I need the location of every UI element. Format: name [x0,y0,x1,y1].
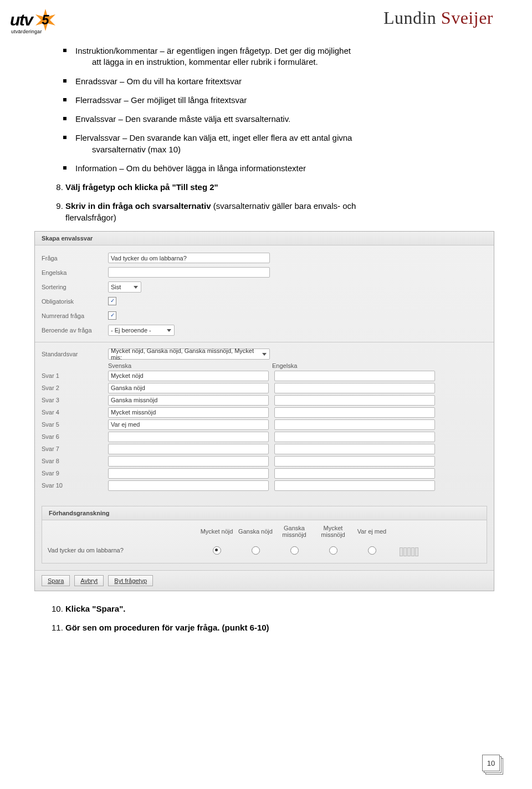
brand-part-b: Sveijer [441,8,493,28]
preview-h2: Ganska nöjd [236,527,275,536]
logo-utv5: utv 5 utvärderingar [10,8,58,32]
input-svar-sv-7[interactable] [108,444,269,454]
input-svar-en-1[interactable] [274,371,435,381]
preview-h1: Mycket nöjd [197,527,236,536]
label-svar-2: Svar 2 [42,385,108,391]
label-svar-5: Svar 5 [42,421,108,428]
svg-text:5: 5 [42,12,49,27]
bullet-instruktion: Instruktion/kommentar – är egentligen in… [75,45,479,68]
brand-lundin-sveijer: Lundin Sveijer [383,8,493,28]
bullet-flervalssvar: Flervalssvar – Den svarande kan välja et… [75,132,479,155]
col-header-svenska: Svenska [108,362,272,369]
input-svar-sv-4[interactable] [108,407,269,418]
label-engelska: Engelska [42,269,108,276]
input-svar-en-3[interactable] [274,395,435,406]
label-svar-6: Svar 6 [42,433,108,440]
label-svar-9: Svar 9 [42,470,108,477]
label-numrerad: Numrerad fråga [42,312,108,319]
input-svar-sv-10[interactable] [108,480,269,491]
label-svar-7: Svar 7 [42,445,108,452]
input-svar-sv-1[interactable] [108,371,269,381]
checkbox-obligatorisk[interactable] [108,297,116,305]
input-engelska[interactable] [108,267,270,278]
select-sortering[interactable]: Sist [108,281,141,293]
spara-button[interactable]: Spara [42,575,70,586]
step-8: Välj frågetyp och klicka på "Till steg 2… [65,182,479,193]
preview-radio-4[interactable] [329,546,337,555]
preview-radio-2[interactable] [252,546,260,555]
byt-fragetyp-button[interactable]: Byt frågetyp [108,575,153,586]
bullet-envalssvar: Envalssvar – Den svarande måste välja et… [75,114,479,125]
input-svar-sv-5[interactable] [108,419,269,430]
label-fraga: Fråga [42,255,108,262]
label-svar-1: Svar 1 [42,372,108,379]
step-10: Klicka "Spara". [65,603,479,614]
panel-title: Skapa envalssvar [35,232,494,245]
input-svar-en-6[interactable] [274,432,435,442]
label-svar-10: Svar 10 [42,482,108,489]
checkbox-numrerad[interactable] [108,311,116,320]
preview-radio-1[interactable] [213,546,221,555]
input-svar-en-8[interactable] [274,456,435,467]
brand-part-a: Lundin [383,8,441,28]
logo-text: utv [10,11,33,29]
input-svar-en-7[interactable] [274,444,435,454]
input-svar-sv-2[interactable] [108,383,269,393]
label-standardsvar: Standardsvar [42,351,108,357]
input-svar-en-10[interactable] [274,480,435,491]
bullet-information: Information – Om du behöver lägga in lån… [75,163,479,174]
input-svar-sv-8[interactable] [108,456,269,467]
select-standardsvar[interactable]: Mycket nöjd, Ganska nöjd, Ganska missnöj… [108,349,270,360]
preview-h4: Mycket missnöjd [314,524,352,540]
screenshot-form-panel: Skapa envalssvar Fråga Engelska Sorterin… [34,231,494,591]
col-header-engelska: Engelska [272,362,436,369]
preview-question: Vad tycker du om labbarna? [48,542,197,554]
label-svar-3: Svar 3 [42,397,108,403]
label-svar-8: Svar 8 [42,458,108,464]
step-9: Skriv in din fråga och svarsalternativ (… [65,201,479,223]
preview-bars-icon [400,544,419,556]
preview-radio-5[interactable] [368,546,376,555]
step-11: Gör sen om proceduren för varje fråga. (… [65,622,479,633]
bullet-enradssvar: Enradssvar – Om du vill ha kortare frite… [75,76,479,87]
input-svar-en-5[interactable] [274,419,435,430]
input-svar-sv-3[interactable] [108,395,269,406]
avbryt-button[interactable]: Avbryt [74,575,104,586]
input-svar-en-4[interactable] [274,407,435,418]
select-beroende[interactable]: - Ej beroende - [108,325,175,336]
label-sortering: Sortering [42,284,108,290]
preview-title: Förhandsgranskning [42,506,487,520]
label-beroende: Beroende av fråga [42,327,108,334]
input-svar-en-2[interactable] [274,383,435,393]
bullet-flerradssvar: Flerradssvar – Ger möjliget till långa f… [75,95,479,106]
input-svar-en-9[interactable] [274,468,435,479]
page-number-box: 10 [484,757,503,775]
preview-h5: Var ej med [352,527,391,536]
input-fraga[interactable] [108,253,270,263]
label-svar-4: Svar 4 [42,409,108,416]
preview-radio-3[interactable] [290,546,299,555]
logo-subtext: utvärderingar [11,29,42,34]
input-svar-sv-6[interactable] [108,432,269,442]
preview-panel: Förhandsgranskning Mycket nöjd Ganska nö… [42,506,487,563]
label-obligatorisk: Obligatorisk [42,298,108,305]
preview-h3: Ganska missnöjd [275,524,314,540]
input-svar-sv-9[interactable] [108,468,269,479]
